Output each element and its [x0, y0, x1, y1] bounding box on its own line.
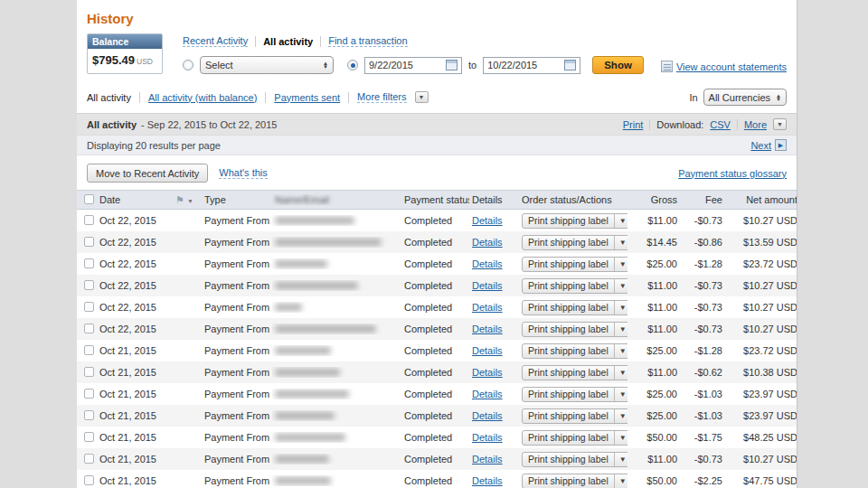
- print-shipping-label-dropdown[interactable]: Print shipping label ▼: [522, 322, 627, 337]
- row-date: Oct 21, 2015: [97, 454, 173, 465]
- redacted-name: [275, 325, 376, 333]
- subtab-all-activity[interactable]: All activity: [87, 92, 131, 103]
- show-button[interactable]: Show: [592, 56, 644, 74]
- header-name-email[interactable]: Name/Email: [275, 194, 329, 205]
- header-order-status[interactable]: Order status/Actions: [519, 194, 627, 205]
- row-net: $10.27 USD: [725, 324, 797, 334]
- redacted-name: [275, 390, 349, 398]
- print-shipping-label-dropdown[interactable]: Print shipping label ▼: [522, 452, 627, 467]
- details-link[interactable]: Details: [472, 345, 503, 356]
- next-arrow-icon[interactable]: ▶: [775, 139, 787, 151]
- whats-this-link[interactable]: What's this: [219, 167, 267, 179]
- csv-link[interactable]: CSV: [710, 119, 731, 130]
- row-net: $48.25 USD: [725, 432, 797, 443]
- row-checkbox[interactable]: [84, 280, 94, 290]
- row-fee: -$1.28: [680, 258, 725, 269]
- row-checkbox[interactable]: [84, 258, 94, 268]
- print-shipping-label-dropdown[interactable]: Print shipping label ▼: [522, 365, 627, 380]
- dropdown-arrow-icon: ▼: [614, 301, 627, 314]
- print-shipping-label-dropdown[interactable]: Print shipping label ▼: [522, 408, 627, 424]
- header-type[interactable]: Type: [202, 194, 272, 205]
- tab-all-activity[interactable]: All activity: [263, 36, 313, 47]
- row-checkbox[interactable]: [84, 410, 94, 420]
- details-link[interactable]: Details: [472, 389, 503, 399]
- row-payment-status: Completed: [401, 410, 469, 421]
- balance-amount: $795.49: [92, 53, 135, 67]
- header-fee[interactable]: Fee: [680, 194, 725, 205]
- subtab-with-balance[interactable]: All activity (with balance): [148, 92, 257, 103]
- move-to-recent-activity-button[interactable]: Move to Recent Activity: [87, 164, 208, 183]
- details-link[interactable]: Details: [472, 258, 503, 269]
- row-net: $10.27 USD: [725, 454, 797, 465]
- print-shipping-label-dropdown[interactable]: Print shipping label ▼: [522, 300, 627, 315]
- flag-dropdown-arrow-icon[interactable]: ▼: [187, 198, 193, 204]
- print-shipping-label-dropdown[interactable]: Print shipping label ▼: [522, 430, 627, 446]
- more-filters-arrow-icon[interactable]: ▼: [415, 91, 429, 103]
- tab-find-transaction[interactable]: Find a transaction: [328, 35, 407, 47]
- more-arrow-icon[interactable]: ▼: [773, 118, 787, 130]
- divider: [320, 36, 321, 47]
- row-checkbox[interactable]: [84, 215, 94, 225]
- currency-select[interactable]: All Currencies ▲▼: [703, 89, 787, 106]
- details-link[interactable]: Details: [472, 367, 503, 378]
- print-shipping-label-dropdown[interactable]: Print shipping label ▼: [522, 213, 627, 229]
- details-link[interactable]: Details: [472, 280, 503, 291]
- row-checkbox[interactable]: [84, 302, 94, 312]
- tab-recent-activity[interactable]: Recent Activity: [183, 35, 248, 47]
- print-shipping-label-dropdown[interactable]: Print shipping label ▼: [522, 387, 627, 402]
- header-date[interactable]: Date: [97, 194, 173, 205]
- header-payment-status[interactable]: Payment status: [401, 194, 469, 205]
- print-shipping-label-dropdown[interactable]: Print shipping label ▼: [522, 474, 627, 488]
- select-all-checkbox[interactable]: [84, 194, 94, 204]
- print-shipping-label-dropdown[interactable]: Print shipping label ▼: [522, 343, 627, 359]
- divider: [737, 119, 738, 130]
- date-range-radio[interactable]: [347, 60, 358, 70]
- more-filters-link[interactable]: More filters: [357, 91, 406, 103]
- row-checkbox[interactable]: [84, 454, 94, 464]
- calendar-icon[interactable]: [564, 60, 576, 70]
- select-filter-radio[interactable]: [183, 60, 193, 70]
- row-net: $10.38 USD: [725, 367, 797, 378]
- details-link[interactable]: Details: [472, 410, 503, 421]
- page-title: History: [77, 0, 797, 33]
- details-link[interactable]: Details: [472, 237, 503, 248]
- row-net: $23.97 USD: [725, 410, 797, 421]
- row-payment-status: Completed: [401, 389, 469, 399]
- row-net: $13.59 USD: [725, 237, 797, 248]
- print-shipping-label-dropdown[interactable]: Print shipping label ▼: [522, 235, 627, 250]
- print-shipping-label-dropdown[interactable]: Print shipping label ▼: [522, 257, 627, 272]
- date-from-input[interactable]: 9/22/2015: [364, 57, 462, 74]
- view-account-statements-link[interactable]: View account statements: [676, 61, 787, 72]
- row-checkbox[interactable]: [84, 324, 94, 333]
- details-link[interactable]: Details: [472, 475, 503, 486]
- next-page-link[interactable]: Next: [750, 140, 771, 151]
- header-net-amount[interactable]: Net amount: [725, 194, 797, 205]
- print-shipping-label-dropdown[interactable]: Print shipping label ▼: [522, 278, 627, 294]
- print-link[interactable]: Print: [623, 119, 644, 130]
- details-link[interactable]: Details: [472, 324, 503, 334]
- more-link[interactable]: More: [744, 119, 767, 130]
- details-link[interactable]: Details: [472, 454, 503, 465]
- details-link[interactable]: Details: [472, 432, 503, 443]
- row-checkbox[interactable]: [84, 432, 94, 442]
- flag-icon[interactable]: ⚑: [175, 194, 184, 205]
- details-link[interactable]: Details: [472, 215, 503, 226]
- history-panel: History Balance $795.49USD Recent Activi…: [77, 0, 797, 488]
- shipping-label-text: Print shipping label: [523, 258, 614, 269]
- subtab-payments-sent[interactable]: Payments sent: [274, 92, 340, 103]
- shipping-label-text: Print shipping label: [523, 432, 614, 443]
- activity-type-select[interactable]: Select ▲▼: [200, 56, 334, 74]
- header-gross[interactable]: Gross: [627, 194, 680, 205]
- payment-status-glossary-link[interactable]: Payment status glossary: [678, 168, 787, 179]
- row-checkbox[interactable]: [84, 237, 94, 247]
- row-checkbox[interactable]: [84, 389, 94, 399]
- row-checkbox[interactable]: [84, 367, 94, 377]
- date-to-input[interactable]: 10/22/2015: [483, 57, 580, 74]
- row-checkbox[interactable]: [84, 345, 94, 355]
- row-fee: -$1.03: [680, 389, 725, 399]
- calendar-icon[interactable]: [446, 60, 458, 70]
- row-checkbox[interactable]: [84, 475, 94, 485]
- redacted-name: [275, 434, 345, 441]
- details-link[interactable]: Details: [472, 302, 503, 313]
- header-details[interactable]: Details: [469, 194, 519, 205]
